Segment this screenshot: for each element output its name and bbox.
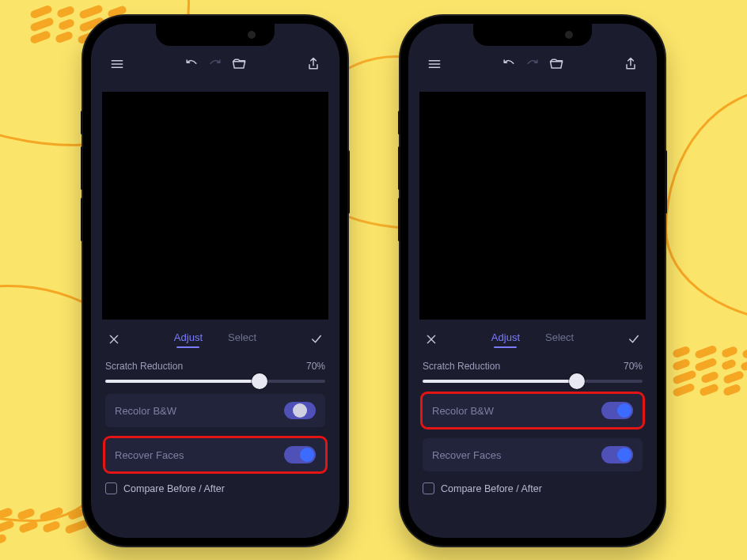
toggle-recolor-bw[interactable]: Recolor B&W — [423, 394, 643, 427]
folder-open-icon[interactable] — [544, 52, 568, 76]
undo-icon[interactable] — [180, 52, 203, 76]
switch-recolor[interactable] — [284, 402, 316, 419]
photo-preview[interactable]: .photo-bw .p-bg{fill:#4c4c4c} .photo-bw … — [102, 92, 328, 320]
toggle-recolor-bw[interactable]: Recolor B&W — [105, 394, 325, 427]
switch-recover[interactable] — [601, 446, 633, 464]
tab-select[interactable]: Select — [545, 331, 574, 348]
checkbox-icon[interactable] — [105, 482, 117, 494]
app-top-bar — [408, 47, 657, 81]
screen: .photo-color .p-bg{fill:#6a6b3c} .photo-… — [408, 24, 657, 538]
menu-icon[interactable] — [105, 52, 129, 76]
scratch-reduction-slider[interactable]: Scratch Reduction 70% — [105, 361, 325, 383]
check-icon[interactable] — [625, 331, 643, 348]
scratch-reduction-slider[interactable]: Scratch Reduction 70% — [423, 361, 643, 383]
check-icon[interactable] — [308, 331, 325, 348]
menu-icon[interactable] — [423, 52, 446, 76]
toggle-label: Recover Faces — [432, 449, 501, 461]
controls-panel: Adjust Select Scratch Reduction 70% — [91, 320, 339, 538]
checkbox-icon[interactable] — [423, 482, 434, 494]
redo-icon — [521, 52, 544, 76]
toggle-label: Recover Faces — [115, 449, 184, 461]
slider-value: 70% — [624, 361, 643, 372]
toggle-label: Recolor B&W — [432, 405, 494, 417]
close-icon[interactable] — [423, 331, 440, 348]
controls-panel: Adjust Select Scratch Reduction 70% — [408, 320, 657, 538]
compare-label: Compare Before / After — [123, 483, 225, 494]
screen: .photo-bw .p-bg{fill:#4c4c4c} .photo-bw … — [91, 24, 339, 538]
redo-icon — [203, 52, 227, 76]
switch-recover[interactable] — [284, 446, 316, 464]
compare-before-after[interactable]: Compare Before / After — [423, 482, 643, 494]
phone-notch — [156, 24, 275, 46]
close-icon[interactable] — [105, 331, 123, 348]
phone-mockup-right: .photo-color .p-bg{fill:#6a6b3c} .photo-… — [400, 16, 665, 546]
phone-mockup-left: .photo-bw .p-bg{fill:#4c4c4c} .photo-bw … — [83, 16, 347, 546]
compare-before-after[interactable]: Compare Before / After — [105, 482, 325, 494]
folder-open-icon[interactable] — [227, 52, 251, 76]
slider-track[interactable] — [105, 380, 325, 383]
slider-fill — [105, 380, 260, 383]
tab-adjust[interactable]: Adjust — [491, 331, 520, 348]
tab-adjust[interactable]: Adjust — [174, 331, 203, 348]
toggle-recover-faces[interactable]: Recover Faces — [105, 438, 325, 471]
slider-track[interactable] — [423, 380, 643, 383]
tab-select[interactable]: Select — [228, 331, 256, 348]
slider-value: 70% — [306, 361, 325, 372]
share-icon[interactable] — [619, 52, 643, 76]
slider-label: Scratch Reduction — [423, 361, 500, 372]
phone-notch — [473, 24, 592, 46]
app-top-bar — [91, 47, 339, 81]
toggle-recover-faces[interactable]: Recover Faces — [423, 438, 643, 471]
undo-icon[interactable] — [497, 52, 521, 76]
slider-thumb[interactable] — [252, 373, 267, 389]
photo-preview[interactable]: .photo-color .p-bg{fill:#6a6b3c} .photo-… — [419, 92, 646, 320]
switch-recolor[interactable] — [601, 402, 633, 419]
slider-label: Scratch Reduction — [105, 361, 183, 372]
compare-label: Compare Before / After — [441, 483, 542, 494]
share-icon[interactable] — [301, 52, 325, 76]
slider-fill — [423, 380, 577, 383]
toggle-label: Recolor B&W — [115, 405, 176, 417]
slider-thumb[interactable] — [569, 373, 585, 389]
